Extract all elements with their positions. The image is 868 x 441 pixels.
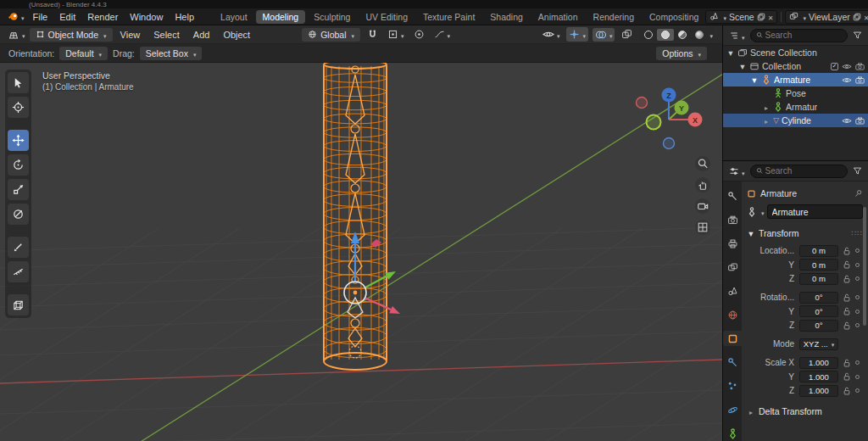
tab-sculpting[interactable]: Sculpting bbox=[307, 10, 357, 24]
animate-dot[interactable] bbox=[855, 295, 860, 299]
editor-type-button[interactable] bbox=[5, 27, 28, 42]
animate-dot[interactable] bbox=[855, 388, 860, 393]
delta-transform-panel-header[interactable]: Delta Transform bbox=[747, 405, 863, 417]
shading-material-button[interactable] bbox=[674, 29, 691, 41]
pan-button[interactable] bbox=[695, 177, 710, 193]
menu-add[interactable]: Add bbox=[187, 29, 216, 41]
expand-icon[interactable]: ▾ bbox=[750, 75, 759, 85]
tab-object[interactable] bbox=[723, 331, 742, 346]
properties-editor-type-button[interactable] bbox=[726, 162, 748, 181]
properties-search-input[interactable] bbox=[765, 166, 842, 176]
outliner-row-pose[interactable]: Pose bbox=[723, 87, 868, 100]
render-camera-icon[interactable] bbox=[855, 76, 865, 84]
location-z-field[interactable]: 0 m bbox=[799, 273, 838, 285]
lock-icon[interactable] bbox=[843, 247, 850, 255]
zoom-button[interactable] bbox=[695, 156, 710, 171]
outliner-row-armature-data[interactable]: Armatur bbox=[723, 100, 868, 114]
tab-object-data[interactable] bbox=[723, 426, 742, 441]
tool-scale[interactable] bbox=[8, 179, 29, 200]
tab-scene[interactable] bbox=[723, 283, 742, 299]
nav-neg-y-ball[interactable] bbox=[647, 115, 661, 130]
gizmos-dropdown[interactable] bbox=[566, 27, 588, 42]
tab-layout[interactable]: Layout bbox=[214, 10, 254, 24]
tab-compositing[interactable]: Compositing bbox=[643, 10, 705, 24]
unlink-scene-icon[interactable] bbox=[768, 12, 774, 22]
visibility-dropdown[interactable] bbox=[540, 28, 563, 42]
lock-icon[interactable] bbox=[843, 321, 850, 330]
lock-icon[interactable] bbox=[843, 275, 850, 283]
orientation-select[interactable]: Default bbox=[59, 47, 108, 60]
tab-modeling[interactable]: Modeling bbox=[256, 10, 306, 24]
shading-rendered-button[interactable] bbox=[691, 29, 708, 41]
scale-x-field[interactable]: 1.000 bbox=[799, 357, 838, 369]
nav-neg-x-ball[interactable] bbox=[637, 98, 648, 109]
tab-physics[interactable] bbox=[723, 402, 742, 417]
tab-uv-editing[interactable]: UV Editing bbox=[359, 10, 415, 24]
lock-icon[interactable] bbox=[843, 359, 850, 367]
rotation-y-field[interactable]: 0° bbox=[799, 305, 838, 317]
expand-icon[interactable]: ▾ bbox=[726, 47, 735, 58]
tool-cursor[interactable] bbox=[8, 97, 29, 118]
collapse-icon[interactable] bbox=[747, 406, 755, 416]
cylinder-object[interactable] bbox=[324, 63, 387, 370]
animate-dot[interactable] bbox=[855, 276, 860, 281]
rotation-mode-dropdown[interactable]: XYZ ... bbox=[799, 338, 838, 350]
outliner-row-collection[interactable]: ▾ Collection bbox=[723, 59, 868, 73]
viewlayer-selector[interactable]: ViewLayer bbox=[785, 10, 868, 24]
rotation-z-field[interactable]: 0° bbox=[799, 320, 838, 332]
drag-select[interactable]: Select Box bbox=[140, 47, 203, 60]
tool-transform[interactable] bbox=[8, 204, 29, 225]
transform-panel-header[interactable]: ▾ Transform bbox=[747, 226, 863, 239]
properties-scrollbar[interactable] bbox=[863, 207, 866, 326]
proportional-edit-toggle[interactable] bbox=[411, 27, 427, 42]
menu-help[interactable]: Help bbox=[169, 11, 200, 23]
collection-checkbox[interactable] bbox=[831, 63, 838, 70]
menu-window[interactable]: Window bbox=[124, 11, 169, 23]
remove-viewlayer-icon[interactable] bbox=[864, 12, 868, 22]
scale-z-field[interactable]: 1.000 bbox=[799, 385, 838, 397]
pin-icon[interactable] bbox=[854, 189, 863, 198]
tab-tool[interactable] bbox=[723, 188, 742, 204]
expand-icon[interactable] bbox=[762, 115, 771, 126]
outliner-row-armature[interactable]: ▾ Armature bbox=[723, 73, 868, 87]
outliner-editor-type-button[interactable] bbox=[726, 26, 748, 45]
tab-rendering[interactable]: Rendering bbox=[587, 10, 641, 24]
shading-wireframe-button[interactable] bbox=[640, 29, 657, 41]
xray-toggle[interactable] bbox=[619, 27, 635, 42]
scale-y-field[interactable]: 1.000 bbox=[799, 371, 838, 382]
outliner-search[interactable] bbox=[750, 29, 848, 42]
menu-select[interactable]: Select bbox=[147, 29, 186, 41]
tool-measure[interactable] bbox=[8, 261, 29, 282]
camera-view-button[interactable] bbox=[695, 198, 710, 214]
menu-file[interactable]: File bbox=[27, 11, 54, 23]
properties-filter-button[interactable] bbox=[850, 165, 865, 177]
tool-move[interactable] bbox=[8, 130, 29, 151]
proportional-falloff-dropdown[interactable] bbox=[431, 27, 453, 42]
outliner-filter-button[interactable] bbox=[850, 29, 865, 42]
mode-dropdown[interactable]: Object Mode bbox=[30, 28, 113, 42]
location-x-field[interactable]: 0 m bbox=[799, 245, 838, 257]
tool-select-box[interactable] bbox=[8, 72, 29, 93]
lock-icon[interactable] bbox=[843, 387, 850, 395]
panel-grip-icon[interactable] bbox=[852, 229, 863, 237]
viewport-3d[interactable]: Z Y X User Perspective (1) Collection | … bbox=[0, 63, 722, 441]
animate-dot[interactable] bbox=[855, 263, 860, 267]
tool-annotate[interactable] bbox=[8, 237, 29, 258]
animate-dot[interactable] bbox=[855, 310, 860, 314]
animate-dot[interactable] bbox=[855, 375, 860, 379]
blender-menu-button[interactable] bbox=[5, 9, 27, 24]
ortho-grid-button[interactable] bbox=[695, 220, 710, 235]
expand-icon[interactable] bbox=[762, 102, 771, 112]
tab-particles[interactable] bbox=[723, 378, 742, 394]
shading-solid-button[interactable] bbox=[657, 29, 674, 41]
object-name-field[interactable] bbox=[767, 204, 863, 219]
rotation-x-field[interactable]: 0° bbox=[799, 292, 838, 304]
scene-canvas[interactable]: Z Y X bbox=[0, 63, 722, 441]
lock-icon[interactable] bbox=[843, 372, 850, 381]
lock-icon[interactable] bbox=[843, 293, 850, 302]
scene-selector[interactable]: Scene bbox=[705, 10, 777, 24]
snap-target-dropdown[interactable] bbox=[385, 27, 407, 42]
eye-icon[interactable] bbox=[842, 117, 852, 125]
gizmo-x-arrow[interactable] bbox=[364, 298, 400, 314]
orientation-dropdown[interactable]: Global bbox=[302, 28, 360, 42]
